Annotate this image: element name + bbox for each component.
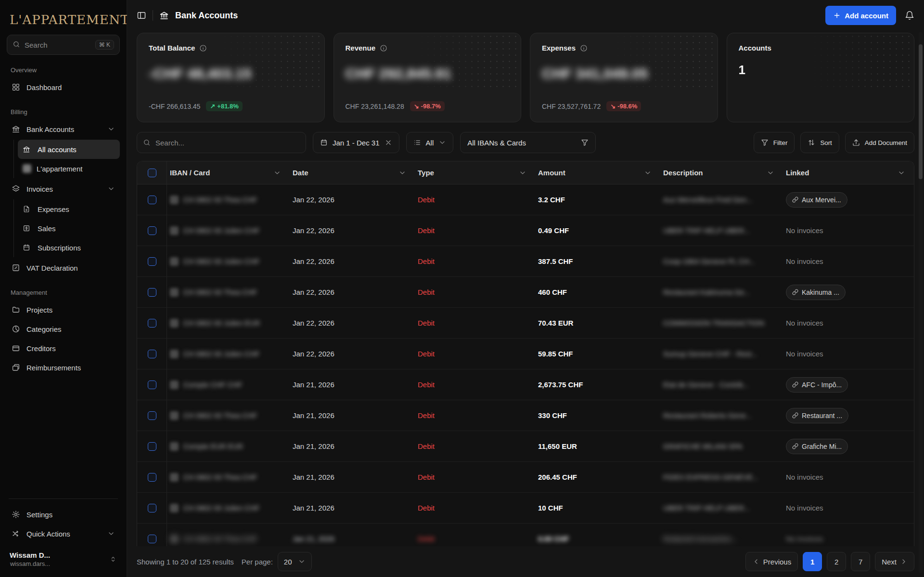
account-icon-redacted	[170, 257, 179, 266]
pagination-page-7-button[interactable]: 7	[851, 552, 870, 571]
row-checkbox[interactable]	[148, 257, 156, 266]
row-checkbox-cell	[137, 184, 167, 215]
row-checkbox[interactable]	[148, 411, 156, 420]
sidebar-item-projects[interactable]: Projects	[7, 300, 120, 319]
sidebar-item-vat-declaration[interactable]: VAT Declaration	[7, 258, 120, 277]
column-header-amount[interactable]: Amount	[535, 161, 660, 184]
iban-filter-dropdown[interactable]: All IBANs & Cards	[460, 132, 596, 153]
sort-button[interactable]: Sort	[800, 132, 839, 153]
date-range-filter-chip[interactable]: Jan 1 - Dec 31	[313, 132, 399, 153]
add-document-button[interactable]: Add Document	[845, 132, 914, 153]
pagination-next-button[interactable]: Next	[875, 552, 914, 571]
column-header-iban[interactable]: IBAN / Card	[167, 161, 290, 184]
table-row[interactable]: CH 0802 00 Thea CHFJan 22, 2026Debit3.2 …	[137, 184, 914, 215]
linked-invoice-chip[interactable]: Restaurant ...	[786, 408, 848, 423]
type-filter-dropdown[interactable]: All	[406, 132, 454, 153]
info-icon[interactable]	[380, 44, 387, 52]
scrollbar-thumb[interactable]	[919, 44, 923, 179]
per-page-select[interactable]: 20	[278, 552, 312, 571]
sidebar-item-reimbursements[interactable]: Reimbursements	[7, 358, 120, 377]
add-account-button[interactable]: Add account	[825, 6, 896, 25]
linked-invoice-chip[interactable]: Kakinuma ...	[786, 285, 846, 300]
column-header-date[interactable]: Date	[290, 161, 415, 184]
sidebar-item-label: Reimbursements	[26, 364, 81, 372]
table-row[interactable]: CH 0802 00 Julien CHFJan 22, 2026Debit0.…	[137, 215, 914, 246]
row-checkbox[interactable]	[148, 226, 156, 235]
table-row[interactable]: CH 0802 00 Julien CHFJan 21, 2026Debit10…	[137, 493, 914, 524]
row-iban-redacted: CH 0802 00 Thea CHF	[167, 184, 290, 215]
sidebar-item-bank-accounts[interactable]: Bank Accounts	[7, 119, 120, 139]
pagination-page-1-button[interactable]: 1	[803, 552, 822, 571]
select-all-checkbox[interactable]	[148, 169, 156, 177]
table-row[interactable]: CH 0802 00 Thea CHFJan 21, 2026Debit206.…	[137, 462, 914, 493]
row-checkbox[interactable]	[148, 196, 156, 204]
sidebar-item-categories[interactable]: Categories	[7, 319, 120, 339]
clear-date-filter-icon[interactable]	[385, 139, 392, 146]
row-checkbox[interactable]	[148, 535, 156, 543]
table-row[interactable]: CH 0802 00 Julien EURJan 22, 2026Debit70…	[137, 308, 914, 339]
app-logo[interactable]: L'APPARTEMENT	[7, 0, 120, 35]
table-row[interactable]: CH 0802 00 Julien CHFJan 22, 2026Debit38…	[137, 246, 914, 277]
sidebar-item-subscriptions[interactable]: Subscriptions	[18, 238, 120, 257]
sidebar-item-sales[interactable]: Sales	[18, 219, 120, 238]
column-header-type[interactable]: Type	[415, 161, 535, 184]
info-icon[interactable]	[580, 44, 588, 52]
linked-none-label: No invoices	[786, 504, 823, 512]
row-checkbox[interactable]	[148, 504, 156, 512]
stat-label: Accounts	[739, 44, 771, 52]
row-linked: Aux Mervei...	[783, 184, 914, 215]
table-row[interactable]: CH 0802 00 Thea CHFJan 21, 2026Debit330 …	[137, 400, 914, 431]
pagination-previous-button[interactable]: Previous	[745, 552, 798, 571]
linked-invoice-chip[interactable]: Aux Mervei...	[786, 192, 847, 208]
sidebar-item-expenses[interactable]: Expenses	[18, 199, 120, 219]
sidebar-item-quick-actions[interactable]: Quick Actions	[7, 524, 120, 543]
row-amount: 330 CHF	[535, 400, 660, 431]
row-checkbox[interactable]	[148, 442, 156, 451]
info-icon[interactable]	[199, 44, 207, 52]
sidebar-item-settings[interactable]: Settings	[7, 505, 120, 524]
sidebar-item-dashboard[interactable]: Dashboard	[7, 78, 120, 97]
row-checkbox-cell	[137, 215, 167, 246]
sidebar-item-all-accounts[interactable]: All accounts	[18, 140, 120, 159]
filter-toolbar: Jan 1 - Dec 31 All All IBANs & Cards	[127, 130, 924, 161]
link-icon	[792, 443, 798, 449]
column-header-description[interactable]: Description	[660, 161, 783, 184]
sidebar-item-label: Invoices	[26, 185, 53, 193]
user-menu[interactable]: Wissam D... wissam.dars...	[7, 543, 120, 577]
sidebar-item-invoices[interactable]: Invoices	[7, 179, 120, 198]
linked-none-label: No invoices	[786, 319, 823, 327]
vertical-scrollbar[interactable]	[919, 32, 923, 573]
sidebar-toggle-button[interactable]	[137, 11, 146, 20]
chevron-down-icon	[107, 530, 115, 538]
row-checkbox[interactable]	[148, 380, 156, 389]
stat-value-redacted: -CHF 48,403.15	[149, 66, 251, 82]
row-checkbox[interactable]	[148, 319, 156, 328]
row-checkbox[interactable]	[148, 288, 156, 297]
sidebar-item-label: Sales	[38, 224, 56, 233]
table-row[interactable]: Compte CHF CHFJan 21, 2026Debit2,673.75 …	[137, 369, 914, 400]
row-checkbox[interactable]	[148, 473, 156, 482]
gear-icon	[12, 510, 21, 519]
table-search-input[interactable]	[155, 139, 300, 147]
row-iban-redacted: Compte EUR EUR	[167, 431, 290, 461]
row-description-redacted: UBER TRIP HELP UBER...	[660, 493, 783, 523]
sidebar-item-lappartement[interactable]: L'appartement	[18, 159, 120, 178]
linked-invoice-chip[interactable]: Grafiche Mi...	[786, 439, 848, 454]
column-header-linked[interactable]: Linked	[783, 161, 914, 184]
sidebar-search[interactable]: Search ⌘ K	[7, 35, 120, 55]
table-row[interactable]: CH 0802 00 Julien CHFJan 22, 2026Debit59…	[137, 339, 914, 369]
account-icon-redacted	[170, 504, 179, 512]
linked-none-label: No invoices	[786, 535, 823, 543]
table-row[interactable]: Compte EUR EURJan 21, 2026Debit11,650 EU…	[137, 431, 914, 462]
linked-invoice-chip[interactable]: AFC - Impô...	[786, 377, 848, 393]
notifications-bell-button[interactable]	[905, 11, 914, 20]
chevron-left-icon	[752, 558, 760, 565]
pagination-page-2-button[interactable]: 2	[827, 552, 846, 571]
table-row[interactable]: CH 0802 00 Thea CHFJan 22, 2026Debit460 …	[137, 277, 914, 308]
return-box-icon	[12, 363, 21, 372]
table-row[interactable]: CH 0802 00 Thea CHFJan 21, 2026Debit0.00…	[137, 524, 914, 546]
row-checkbox[interactable]	[148, 350, 156, 358]
sidebar-item-creditors[interactable]: Creditors	[7, 339, 120, 358]
section-label-billing: Billing	[11, 108, 116, 116]
filter-button[interactable]: Filter	[754, 132, 795, 153]
